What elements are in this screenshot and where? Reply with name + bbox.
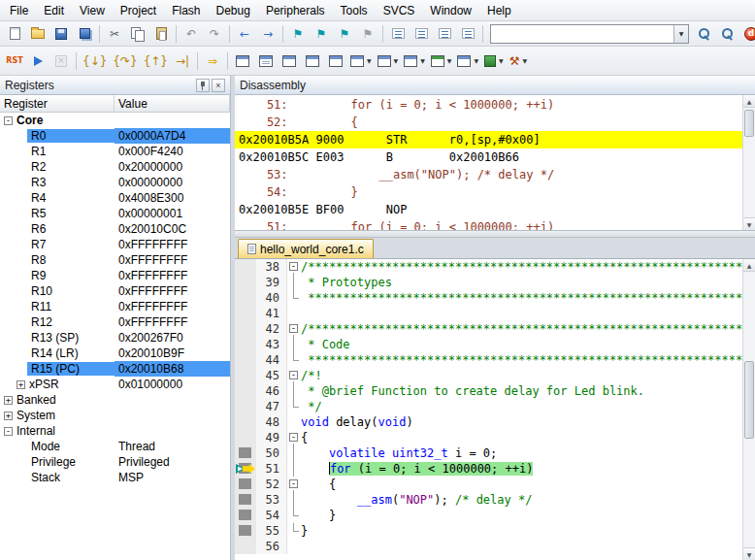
menu-window[interactable]: Window — [422, 1, 479, 20]
register-row-r5[interactable]: R50x00000001 — [0, 206, 230, 221]
menu-debug[interactable]: Debug — [209, 1, 258, 20]
memory-window-button[interactable]: ▼ — [375, 49, 402, 73]
register-row-r15-pc[interactable]: R15 (PC)0x20010B68 — [0, 361, 230, 377]
disassembly-line[interactable]: 51: for (i = 0; i < 1000000; ++i) — [235, 218, 742, 230]
fold-toggle[interactable]: - — [287, 477, 301, 492]
analysis-window-button[interactable]: ▼ — [428, 49, 455, 73]
disassembly-panel-header[interactable]: Disassembly — [235, 76, 755, 95]
trace-window-dropdown[interactable]: ▼ — [474, 57, 478, 64]
comment-button[interactable] — [433, 23, 456, 45]
menu-file[interactable]: File — [2, 1, 36, 20]
start-stop-debug-button[interactable]: d — [739, 23, 755, 45]
close-button[interactable]: × — [212, 79, 225, 92]
menu-tools[interactable]: Tools — [333, 1, 376, 20]
disassembly-line[interactable]: 51: for (i = 0; i < 1000000; ++i) — [235, 96, 742, 114]
collapse-icon[interactable]: - — [4, 427, 13, 436]
undo-button[interactable]: ↶ — [180, 23, 203, 45]
scroll-thumb[interactable] — [744, 361, 754, 439]
combo-dropdown-arrow-icon[interactable]: ▼ — [673, 25, 688, 43]
code-text[interactable] — [301, 306, 742, 321]
memory-window-dropdown[interactable]: ▼ — [394, 57, 399, 64]
code-text[interactable]: void delay(void) — [301, 414, 742, 430]
register-row-mode[interactable]: ModeThread — [0, 439, 230, 454]
editor-scrollbar[interactable]: ▲ ▼ — [742, 259, 755, 560]
uncomment-button[interactable] — [456, 23, 479, 45]
menu-project[interactable]: Project — [113, 1, 164, 20]
save-all-button[interactable] — [73, 23, 96, 45]
toolbox-dropdown[interactable]: ▼ — [523, 57, 528, 64]
scroll-thumb[interactable] — [744, 110, 754, 137]
code-text[interactable]: /***************************************… — [301, 321, 742, 337]
register-row-system[interactable]: +System — [0, 408, 230, 423]
disassembly-line[interactable]: 53: __asm("NOP"); /* delay */ — [235, 166, 742, 183]
new-file-button[interactable] — [3, 23, 26, 45]
clear-bookmarks-button[interactable]: ⚑ — [356, 23, 379, 45]
fold-minus-icon[interactable]: - — [289, 324, 298, 333]
expand-icon[interactable]: + — [4, 412, 13, 420]
editor-gutter[interactable] — [235, 399, 256, 414]
register-row-privilege[interactable]: PrivilegePrivileged — [0, 454, 230, 470]
editor-gutter[interactable] — [235, 368, 256, 383]
column-header-register[interactable]: Register — [0, 95, 115, 112]
menu-help[interactable]: Help — [479, 1, 519, 20]
register-row-internal[interactable]: -Internal — [0, 423, 230, 439]
register-row-r11[interactable]: R110xFFFFFFFF — [0, 299, 230, 314]
code-text[interactable]: * @brief Function to create delay for Le… — [301, 383, 742, 399]
code-text[interactable]: */ — [301, 399, 742, 414]
disassembly-window-button[interactable] — [254, 49, 278, 73]
code-text[interactable]: { — [301, 430, 742, 445]
code-text[interactable] — [301, 539, 742, 554]
code-text[interactable]: } — [301, 508, 742, 523]
fold-toggle[interactable]: - — [287, 321, 301, 337]
expand-icon[interactable]: + — [16, 380, 25, 389]
register-row-r12[interactable]: R120xFFFFFFFF — [0, 314, 230, 330]
show-next-statement-button[interactable]: ⇒ — [201, 49, 224, 73]
menu-svcs[interactable]: SVCS — [376, 1, 423, 20]
run-to-cursor-button[interactable]: →| — [171, 49, 194, 73]
stop-button[interactable]: × — [49, 49, 73, 73]
register-row-xpsr[interactable]: +xPSR0x01000000 — [0, 377, 230, 392]
register-row-r7[interactable]: R70xFFFFFFFF — [0, 237, 230, 252]
editor-gutter[interactable] — [235, 461, 256, 477]
scroll-down-button[interactable]: ▼ — [743, 217, 755, 230]
disassembly-line[interactable]: 0x20010B5A 9000 STR r0,[sp,#0x00] — [235, 131, 742, 148]
register-row-banked[interactable]: +Banked — [0, 392, 230, 408]
code-text[interactable]: { — [301, 477, 742, 492]
register-row-r9[interactable]: R90xFFFFFFFF — [0, 268, 230, 283]
analysis-window-dropdown[interactable]: ▼ — [447, 57, 452, 64]
step-over-button[interactable]: {↷} — [110, 49, 140, 73]
indent-button[interactable] — [410, 23, 433, 45]
editor-gutter[interactable] — [235, 492, 256, 508]
editor-gutter[interactable] — [235, 414, 256, 430]
column-header-value[interactable]: Value — [115, 95, 230, 112]
redo-button[interactable]: ↷ — [203, 23, 226, 45]
fold-minus-icon[interactable]: - — [289, 479, 298, 488]
find-in-files-button[interactable] — [693, 23, 716, 45]
register-row-r1[interactable]: R10x000F4240 — [0, 144, 230, 159]
next-bookmark-button[interactable]: ⚑ — [333, 23, 356, 45]
step-out-button[interactable]: {↑} — [141, 49, 171, 73]
register-row-r4[interactable]: R40x4008E300 — [0, 190, 230, 206]
code-text[interactable]: } — [301, 523, 742, 539]
register-row-r3[interactable]: R30x00000000 — [0, 175, 230, 190]
menu-flash[interactable]: Flash — [164, 1, 208, 20]
disassembly-line[interactable]: 52: { — [235, 114, 742, 131]
system-viewer-button[interactable]: ▼ — [481, 49, 507, 73]
register-row-r6[interactable]: R60x20010C0C — [0, 221, 230, 237]
editor-gutter[interactable] — [235, 430, 256, 445]
editor-gutter[interactable] — [235, 383, 256, 399]
run-button[interactable] — [26, 49, 49, 73]
register-row-r10[interactable]: R100xFFFFFFFF — [0, 283, 230, 299]
menu-view[interactable]: View — [72, 1, 113, 20]
editor-gutter[interactable] — [235, 352, 256, 368]
register-row-r13-sp[interactable]: R13 (SP)0x200267F0 — [0, 330, 230, 346]
outdent-button[interactable] — [386, 23, 410, 45]
command-window-button[interactable] — [231, 49, 254, 73]
reset-button[interactable]: RST — [3, 49, 26, 73]
editor-gutter[interactable] — [235, 337, 256, 352]
code-text[interactable]: ****************************************… — [301, 290, 742, 306]
disassembly-line[interactable]: 0x20010B5E BF00 NOP — [235, 201, 742, 218]
code-text[interactable]: /*! — [301, 368, 742, 383]
find-combobox[interactable]: ▼ — [490, 24, 689, 44]
code-text[interactable]: volatile uint32_t i = 0; — [301, 445, 742, 461]
